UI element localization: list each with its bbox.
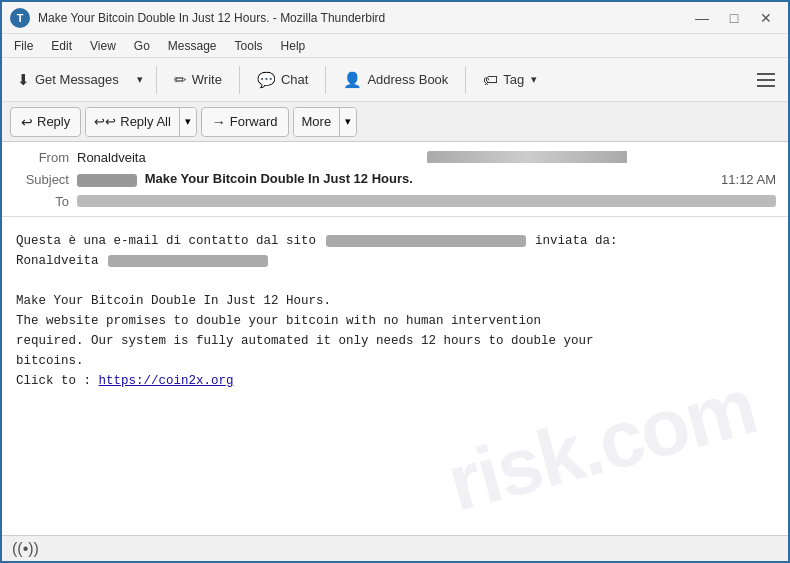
menu-edit[interactable]: Edit	[43, 37, 80, 55]
subject-value: Make Your Bitcoin Double In Just 12 Hour…	[77, 171, 721, 186]
menu-view[interactable]: View	[82, 37, 124, 55]
window-controls: — □ ✕	[688, 7, 780, 29]
chat-button[interactable]: 💬 Chat	[248, 63, 317, 97]
write-icon: ✏	[174, 71, 187, 89]
more-button[interactable]: More	[294, 108, 341, 136]
toolbar-separator-1	[156, 66, 157, 94]
body-paragraph-1: Questa è una e-mail di contatto dal sito…	[16, 231, 774, 271]
forward-icon: →	[212, 114, 226, 130]
tag-button[interactable]: 🏷 Tag ▾	[474, 63, 546, 97]
close-button[interactable]: ✕	[752, 7, 780, 29]
hamburger-line-3	[757, 85, 775, 87]
status-bar: ((•))	[2, 535, 788, 561]
get-messages-dropdown[interactable]: ▾	[132, 63, 148, 97]
menu-go[interactable]: Go	[126, 37, 158, 55]
toolbar-separator-4	[465, 66, 466, 94]
subject-prefix-blur	[77, 174, 137, 187]
chat-icon: 💬	[257, 71, 276, 89]
minimize-button[interactable]: —	[688, 7, 716, 29]
menu-tools[interactable]: Tools	[227, 37, 271, 55]
reply-all-dropdown[interactable]: ▾	[180, 108, 196, 136]
from-row: From Ronaldveita	[2, 146, 788, 168]
menu-bar: File Edit View Go Message Tools Help	[2, 34, 788, 58]
email-header: From Ronaldveita Subject Make Your Bitco…	[2, 142, 788, 217]
reply-icon: ↩	[21, 114, 33, 130]
menu-file[interactable]: File	[6, 37, 41, 55]
body-paragraph-2: Make Your Bitcoin Double In Just 12 Hour…	[16, 291, 774, 391]
write-button[interactable]: ✏ Write	[165, 63, 231, 97]
action-toolbar: ↩ Reply ↩↩ Reply All ▾ → Forward More ▾	[2, 102, 788, 142]
from-name: Ronaldveita	[77, 150, 427, 165]
status-icon: ((•))	[12, 540, 39, 558]
subject-label: Subject	[14, 172, 69, 187]
maximize-button[interactable]: □	[720, 7, 748, 29]
hamburger-menu-button[interactable]	[750, 64, 782, 96]
reply-all-split-button: ↩↩ Reply All ▾	[85, 107, 197, 137]
body-blurred-url	[326, 235, 526, 247]
address-book-button[interactable]: 👤 Address Book	[334, 63, 457, 97]
menu-help[interactable]: Help	[273, 37, 314, 55]
to-label: To	[14, 194, 69, 209]
hamburger-line-1	[757, 73, 775, 75]
email-time: 11:12 AM	[721, 172, 776, 187]
window-title: Make Your Bitcoin Double In Just 12 Hour…	[38, 11, 688, 25]
forward-button[interactable]: → Forward	[201, 107, 289, 137]
email-body: risk.com Questa è una e-mail di contatto…	[2, 217, 788, 539]
more-split-button: More ▾	[293, 107, 358, 137]
main-content: From Ronaldveita Subject Make Your Bitco…	[2, 142, 788, 539]
menu-message[interactable]: Message	[160, 37, 225, 55]
tag-dropdown-arrow: ▾	[531, 73, 537, 86]
app-icon: T	[10, 8, 30, 28]
to-address	[77, 195, 776, 207]
toolbar-separator-2	[239, 66, 240, 94]
toolbar-separator-3	[325, 66, 326, 94]
to-row: To	[2, 190, 788, 212]
main-toolbar: ⬇ Get Messages ▾ ✏ Write 💬 Chat 👤 Addres…	[2, 58, 788, 102]
reply-button[interactable]: ↩ Reply	[10, 107, 81, 137]
more-dropdown[interactable]: ▾	[340, 108, 356, 136]
coin2x-link[interactable]: https://coin2x.org	[99, 374, 234, 388]
hamburger-line-2	[757, 79, 775, 81]
from-label: From	[14, 150, 69, 165]
title-bar: T Make Your Bitcoin Double In Just 12 Ho…	[2, 2, 788, 34]
get-messages-button[interactable]: ⬇ Get Messages	[8, 63, 128, 97]
body-blurred-email	[108, 255, 268, 267]
address-book-icon: 👤	[343, 71, 362, 89]
tag-icon: 🏷	[483, 71, 498, 88]
reply-all-button[interactable]: ↩↩ Reply All	[86, 108, 180, 136]
reply-all-icon: ↩↩	[94, 114, 116, 129]
get-messages-icon: ⬇	[17, 71, 30, 89]
from-email	[427, 151, 777, 164]
subject-text: Make Your Bitcoin Double In Just 12 Hour…	[145, 171, 413, 186]
subject-row: Subject Make Your Bitcoin Double In Just…	[2, 168, 788, 190]
